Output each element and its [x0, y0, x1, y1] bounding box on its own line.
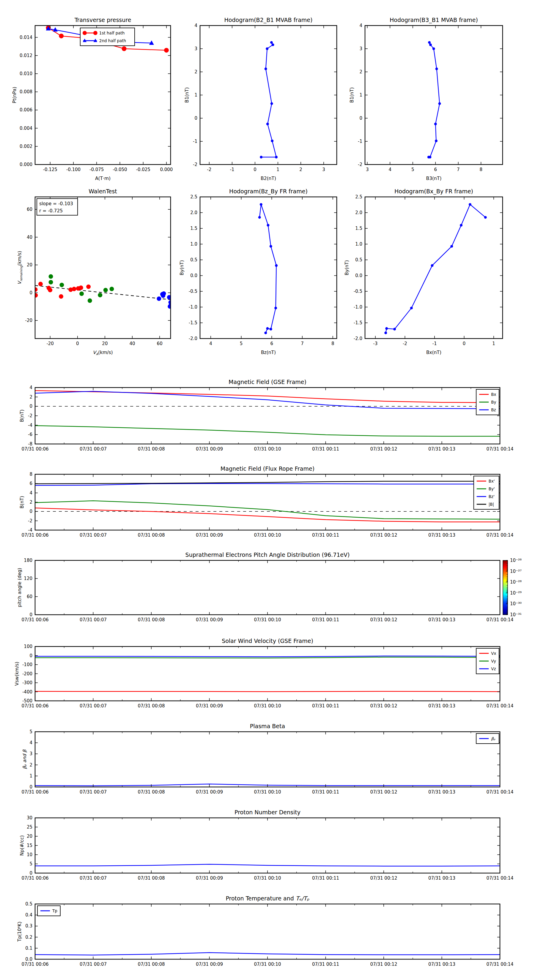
x-tick-label: 07/31 00:09: [196, 446, 223, 452]
x-tick-label: 60: [157, 341, 163, 346]
y-axis-label: Vsw(km/s): [14, 662, 20, 686]
chart-title: Hodogram(Bz_By FR frame): [229, 188, 308, 195]
plot-area: [35, 864, 500, 866]
x-tick-label: 07/31 00:13: [428, 703, 455, 709]
y-axis-label: By(nT): [344, 260, 350, 275]
plot-area: [35, 481, 500, 522]
hodogram-bz-by-chart: Hodogram(Bz_By FR frame)45678-2.0-1.5-1.…: [200, 197, 337, 339]
y-tick-label: -0.5: [189, 289, 197, 294]
x-tick-label: 07/31 00:08: [137, 789, 164, 795]
plot-area: [260, 41, 278, 158]
y-tick-label: 8: [29, 472, 32, 477]
solar-wind-velocity-panel: Solar Wind Velocity (GSE Frame)07/31 00:…: [35, 646, 500, 701]
svg-text:r = -0.725: r = -0.725: [39, 208, 63, 213]
y-tick-label: 1: [29, 773, 32, 779]
x-tick-label: 07/31 00:08: [137, 617, 164, 622]
chart-title: Proton Number Density: [235, 809, 300, 816]
chart-title: Magnetic Field (Flux Rope Frame): [220, 465, 315, 472]
plot-area: [35, 390, 500, 436]
x-tick-label: 07/31 00:14: [486, 962, 513, 967]
plot-area: [427, 41, 441, 158]
y-axis-label: B(nT): [19, 496, 25, 508]
y-tick-label: 0: [359, 116, 362, 121]
x-axis-label: VA(km/s): [93, 350, 113, 356]
y-tick-label: 0.2: [25, 935, 32, 940]
x-tick-label: 07/31 00:11: [312, 789, 339, 795]
vel-svg: Solar Wind Velocity (GSE Frame)07/31 00:…: [35, 646, 500, 701]
plot-area: [384, 203, 487, 334]
y-axis-label: B1(nT): [184, 87, 190, 103]
beta-svg: Plasma Beta07/31 00:0607/31 00:0707/31 0…: [35, 732, 500, 787]
x-tick-label: 07/31 00:12: [370, 533, 397, 538]
x-tick-label: 07/31 00:13: [428, 446, 455, 452]
x-tick-label: 07/31 00:10: [254, 875, 281, 881]
x-tick-label: 07/31 00:08: [137, 446, 164, 452]
y-axis-label: B(nT): [19, 409, 25, 422]
x-tick-label: 07/31 00:14: [486, 703, 513, 709]
svg-text:2nd half path: 2nd half path: [99, 38, 126, 43]
y-tick-label: 0.5: [190, 257, 197, 262]
y-tick-label: -1.5: [354, 320, 362, 326]
hodo-b2b1-svg: Hodogram(B2_B1 MVAB frame)-2-10123-2-101…: [200, 25, 337, 164]
y-tick-label: -2.0: [354, 336, 362, 341]
series-Vz: [35, 656, 500, 657]
hodogram-b3-b1-chart: Hodogram(B3_B1 MVAB frame)345678-2-10123…: [365, 25, 503, 164]
x-tick-label: 07/31 00:14: [486, 446, 513, 452]
x-tick-label: 07/31 00:09: [196, 617, 223, 622]
series-fit: [35, 285, 171, 300]
y-tick-label: 40: [27, 235, 32, 240]
y-tick-label: -6: [28, 432, 32, 437]
legend: βₚ: [476, 733, 499, 744]
svg-text:Vx: Vx: [491, 651, 496, 656]
series-Vy: [35, 657, 500, 658]
series-Vx: [35, 691, 500, 692]
y-tick-label: -1: [193, 139, 197, 144]
svg-text:Bx': Bx': [489, 479, 495, 484]
y-tick-label: 0: [29, 653, 32, 659]
x-tick-label: 07/31 00:12: [370, 875, 397, 881]
x-axis-label: B2(nT): [261, 176, 276, 181]
colorbar-tick-label: 10⁻³⁰: [510, 601, 522, 606]
x-tick-label: 07/31 00:12: [370, 703, 397, 709]
x-axis-label: Bz(nT): [261, 350, 276, 355]
y-tick-label: -0.5: [354, 289, 362, 294]
transverse-pressure-chart: Transverse pressure-0.125-0.100-0.075-0.…: [35, 25, 171, 164]
y-tick-label: 100: [24, 644, 32, 649]
x-tick-label: 07/31 00:08: [137, 533, 164, 538]
x-tick-label: 07/31 00:13: [428, 789, 455, 795]
svg-text:Tp: Tp: [52, 908, 57, 913]
pitch-svg: Suprathermal Electrons Pitch Angle Distr…: [35, 560, 500, 615]
y-tick-label: 0.0: [25, 956, 32, 962]
x-tick-label: 4: [388, 167, 391, 172]
y-tick-label: 1.0: [190, 242, 197, 247]
tp-svg: Proton Temperature and Tₑ/Tₚ07/31 00:060…: [35, 904, 500, 959]
y-tick-label: 2.0: [190, 210, 197, 215]
proton-temperature-panel: Proton Temperature and Tₑ/Tₚ07/31 00:060…: [35, 904, 500, 959]
y-axis-label: By(nT): [179, 260, 185, 275]
y-tick-label: 6: [29, 481, 32, 486]
x-tick-label: 07/31 00:06: [21, 617, 48, 622]
x-tick-label: 1: [276, 167, 279, 172]
x-tick-label: 07/31 00:06: [21, 789, 48, 795]
plot-area: [35, 656, 500, 692]
y-tick-label: 3: [359, 46, 362, 51]
proton-density-panel: Proton Number Density07/31 00:0607/31 00…: [35, 818, 500, 873]
legend: Bx'By'Bz'|B|: [474, 476, 499, 509]
y-tick-label: -1.0: [189, 304, 197, 310]
y-axis-label: Tp(10⁶K): [17, 921, 22, 942]
svg-text:Bz': Bz': [489, 494, 495, 499]
y-tick-label: 120: [24, 576, 32, 581]
x-tick-label: 5: [411, 167, 414, 172]
magnetic-field-gse-panel: Magnetic Field (GSE Frame)07/31 00:0607/…: [35, 388, 500, 444]
y-tick-label: 0.0: [190, 273, 197, 278]
y-tick-label: 0.010: [20, 71, 32, 76]
chart-title: Suprathermal Electrons Pitch Angle Distr…: [185, 552, 350, 558]
y-tick-label: 0.4: [25, 912, 32, 918]
x-tick-label: 4: [209, 341, 212, 346]
y-tick-label: 0: [29, 612, 32, 617]
x-tick-label: 07/31 00:12: [370, 617, 397, 622]
x-tick-label: 07/31 00:09: [196, 703, 223, 709]
pressure-svg: Transverse pressure-0.125-0.100-0.075-0.…: [35, 25, 171, 164]
series-B2_B1: [260, 41, 278, 158]
y-tick-label: -2: [193, 162, 197, 167]
